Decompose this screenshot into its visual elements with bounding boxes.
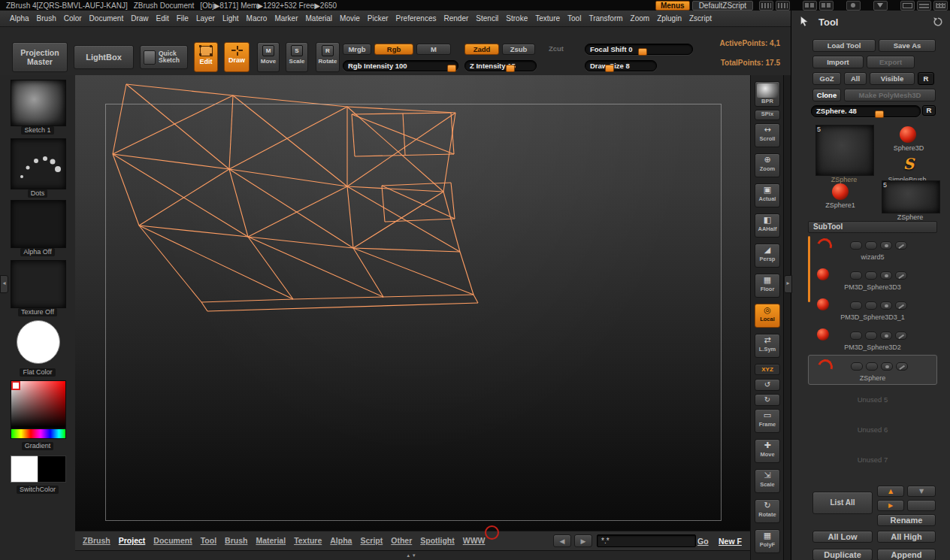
menu-stencil[interactable]: Stencil <box>472 14 502 23</box>
subtool-unused-slot[interactable]: Unused 5 <box>808 385 937 415</box>
all-high-button[interactable]: All High <box>877 531 936 543</box>
slider-handle[interactable] <box>605 65 614 72</box>
slider-handle[interactable] <box>875 110 884 118</box>
solo-toggle-icon[interactable] <box>865 241 877 250</box>
aahalf-button[interactable]: ◧AAHalf <box>755 213 780 238</box>
scale-toggle[interactable]: S Scale <box>286 42 308 72</box>
tab-www[interactable]: WWW <box>463 536 486 545</box>
redo-button[interactable]: ↻ <box>755 394 780 406</box>
mrgb-toggle[interactable]: Mrgb <box>343 44 371 55</box>
close-window-icon[interactable] <box>933 1 948 11</box>
menu-transform[interactable]: Transform <box>585 14 626 23</box>
solo-toggle-icon[interactable] <box>865 331 877 340</box>
tab-project[interactable]: Project <box>119 536 146 545</box>
goz-visible-button[interactable]: Visible <box>870 72 915 85</box>
paint-toggle-icon[interactable] <box>895 301 907 310</box>
scroll-button[interactable]: ↔Scroll <box>755 123 780 147</box>
zcut-toggle[interactable]: Zcut <box>541 44 571 55</box>
current-material-thumbnail[interactable] <box>17 320 60 364</box>
dual-monitor-icon[interactable] <box>819 1 834 11</box>
subtool-select-next-button[interactable]: ▶ <box>877 500 904 511</box>
save-as-button[interactable]: Save As <box>879 39 936 52</box>
draw-toggle[interactable]: Draw <box>224 42 250 72</box>
floor-button[interactable]: ▦Floor <box>755 274 780 298</box>
draw-size-slider[interactable]: Draw Size 8 <box>585 60 657 71</box>
spotlight-indicator-icon[interactable] <box>485 525 499 540</box>
export-button[interactable]: Export <box>867 56 915 68</box>
subtool-item-zsphere[interactable]: ZSphere <box>808 355 937 385</box>
tray-resize-handle[interactable]: ▴▾ <box>75 550 750 560</box>
menu-alpha[interactable]: Alpha <box>6 14 33 23</box>
tab-brush[interactable]: Brush <box>225 536 247 545</box>
solo-toggle-icon[interactable] <box>865 301 877 310</box>
menu-file[interactable]: File <box>173 14 192 23</box>
subtool-section-header[interactable]: SubTool <box>808 221 937 233</box>
persp-button[interactable]: ◢Persp <box>755 244 780 268</box>
load-tool-button[interactable]: Load Tool <box>812 39 876 52</box>
current-texture-thumbnail[interactable] <box>11 260 66 308</box>
rotate-toggle[interactable]: R Rotate <box>316 42 340 72</box>
new-file-button[interactable]: New F <box>719 537 742 546</box>
main-color-swatch[interactable] <box>11 456 39 483</box>
all-low-button[interactable]: All Low <box>812 531 873 543</box>
spix-button[interactable]: SPix <box>755 110 780 120</box>
actual-button[interactable]: ▣Actual <box>755 183 780 207</box>
menu-stroke[interactable]: Stroke <box>502 14 531 23</box>
menu-picker[interactable]: Picker <box>364 14 392 23</box>
lightbox-button[interactable]: LightBox <box>74 45 134 69</box>
visibility-toggle-icon[interactable] <box>880 271 892 280</box>
move-toggle[interactable]: M Move <box>257 42 280 72</box>
active-tool-thumbnail[interactable] <box>815 125 874 176</box>
paint-toggle-icon[interactable] <box>895 331 907 340</box>
group-toggle-icon[interactable] <box>850 331 862 340</box>
visibility-toggle-icon[interactable] <box>881 362 893 371</box>
edit-toggle[interactable]: Edit <box>194 42 218 72</box>
menu-movie[interactable]: Movie <box>336 14 364 23</box>
tab-alpha[interactable]: Alpha <box>330 536 352 545</box>
lock-icon[interactable] <box>846 1 861 11</box>
undo-button[interactable]: ↺ <box>755 379 780 391</box>
subtool-blank-button[interactable] <box>907 500 936 511</box>
duplicate-button[interactable]: Duplicate <box>812 549 873 560</box>
menu-draw[interactable]: Draw <box>127 14 152 23</box>
menu-texture[interactable]: Texture <box>531 14 564 23</box>
nav-back-button[interactable]: ◀ <box>553 534 571 547</box>
document-canvas[interactable] <box>75 75 750 531</box>
subtool-move-up-button[interactable]: ▲ <box>877 486 904 497</box>
xyz-button[interactable]: XYZ <box>755 364 780 375</box>
subtool-unused-slot[interactable]: Unused 6 <box>808 415 937 445</box>
maximize-window-icon[interactable] <box>917 1 931 11</box>
r-shortcut-button[interactable]: R <box>918 72 934 85</box>
move-button[interactable]: ✚Move <box>755 439 780 463</box>
nav-forward-button[interactable]: ▶ <box>574 534 592 547</box>
menu-document[interactable]: Document <box>86 14 128 23</box>
frame-button[interactable]: ▭Frame <box>755 409 780 433</box>
paint-toggle-icon[interactable] <box>896 362 908 371</box>
local-button[interactable]: ◎Local <box>755 304 780 328</box>
subtool-item-pm3d_sphere3d3[interactable]: PM3D_Sphere3D3 <box>808 265 937 295</box>
right-tray-collapse-handle[interactable]: ▸ <box>784 275 792 293</box>
restore-window-icon[interactable] <box>900 1 915 11</box>
m-toggle[interactable]: M <box>416 44 451 55</box>
current-alpha-thumbnail[interactable] <box>11 200 66 248</box>
file-filter-input[interactable] <box>597 534 696 547</box>
secondary-color-swatch[interactable] <box>38 456 66 483</box>
rgb-toggle[interactable]: Rgb <box>374 44 413 55</box>
group-toggle-icon[interactable] <box>850 241 862 250</box>
menus-button[interactable]: Menus <box>655 1 690 11</box>
tab-material[interactable]: Material <box>256 536 286 545</box>
solo-toggle-icon[interactable] <box>865 271 877 280</box>
menu-material[interactable]: Material <box>302 14 337 23</box>
tab-other[interactable]: Other <box>391 536 412 545</box>
tool-item-slider[interactable]: ZSphere. 48 <box>811 105 921 117</box>
rename-button[interactable]: Rename <box>877 514 936 526</box>
current-stroke-thumbnail[interactable] <box>11 138 66 189</box>
tab-zbrush[interactable]: ZBrush <box>83 536 110 545</box>
current-brush-thumbnail[interactable] <box>11 80 66 126</box>
subtool-scrollbar[interactable] <box>808 236 810 302</box>
tab-tool[interactable]: Tool <box>201 536 216 545</box>
rgb-intensity-slider[interactable]: Rgb Intensity 100 <box>343 60 458 71</box>
hue-strip[interactable] <box>11 428 66 439</box>
zsphere1-icon[interactable] <box>832 183 849 200</box>
make-polymesh3d-button[interactable]: Make PolyMesh3D <box>844 89 936 101</box>
